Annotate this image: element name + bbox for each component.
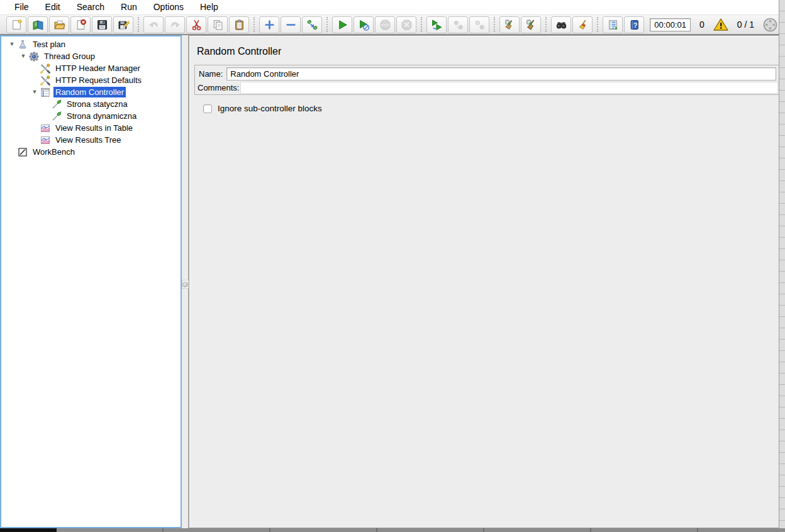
toolbar-button-help[interactable]: ?: [624, 16, 644, 33]
tree-node-workbench[interactable]: WorkBench: [1, 146, 181, 158]
tree-expander-icon[interactable]: ▼: [6, 38, 18, 50]
toolbar-button-function-helper[interactable]: [603, 16, 623, 33]
toolbar-button-start-no-timers[interactable]: [354, 16, 374, 33]
remote-stop-all-icon: [452, 19, 464, 31]
save-as-icon: [118, 19, 130, 31]
warning-icon[interactable]: [713, 18, 728, 31]
menu-run[interactable]: Run: [113, 0, 145, 14]
start-icon: [337, 19, 348, 31]
listener-icon: [40, 123, 50, 133]
tree-node-label: HTTP Header Manager: [53, 63, 142, 74]
toolbar-button-expand-all[interactable]: [259, 16, 279, 33]
toolbar-button-stop: STOP: [375, 16, 395, 33]
toolbar-button-clear[interactable]: [499, 16, 520, 33]
menu-options[interactable]: Options: [145, 0, 192, 14]
tree-node-view-results-in-table[interactable]: View Results in Table: [1, 122, 181, 134]
menu-help[interactable]: Help: [192, 0, 226, 14]
menu-file[interactable]: File: [6, 0, 37, 14]
toolbar-button-open[interactable]: [49, 16, 69, 33]
toolbar-button-remote-stop-all: [448, 16, 468, 33]
tree-node-view-results-tree[interactable]: View Results Tree: [1, 134, 181, 146]
tree-expander-icon[interactable]: ▼: [18, 50, 29, 62]
paste-icon: [233, 19, 245, 31]
search-icon: [555, 19, 567, 31]
close-icon: [75, 19, 87, 31]
ignore-subcontroller-checkbox[interactable]: [203, 104, 212, 113]
toolbar-button-save-as[interactable]: [113, 16, 133, 33]
sampler-icon: [52, 111, 62, 121]
toolbar-separator: [494, 17, 495, 32]
remote-shutdown-all-icon: [474, 19, 486, 31]
toolbar-button-toggle[interactable]: [302, 16, 322, 33]
divider-grip-icon[interactable]: [182, 280, 189, 289]
undo-icon: [148, 19, 160, 31]
toolbar-button-search-reset[interactable]: [572, 16, 593, 33]
tools-icon: [40, 64, 50, 74]
background-window-edge: [779, 0, 785, 532]
tree-node-label: WorkBench: [31, 147, 77, 157]
toolbar-button-new[interactable]: [6, 16, 26, 33]
remote-start-all-icon: [431, 19, 443, 31]
error-count[interactable]: 0: [699, 19, 704, 30]
search-reset-icon: [577, 19, 589, 31]
tree-node-random-controller[interactable]: ▼Random Controller: [1, 86, 181, 98]
toolbar-button-close[interactable]: [70, 16, 91, 33]
tree-node-test-plan[interactable]: ▼Test plan: [1, 38, 181, 50]
toolbar-button-clear-all[interactable]: [521, 16, 541, 33]
tree-node-strona-dynamiczna[interactable]: Strona dynamiczna: [1, 110, 181, 122]
toolbar-button-cut[interactable]: [186, 16, 206, 33]
tree-node-http-header-manager[interactable]: HTTP Header Manager: [1, 62, 181, 74]
tree-node-label: Random Controller: [53, 87, 126, 97]
toolbar-button-start[interactable]: [332, 16, 352, 33]
name-label: Name:: [199, 69, 223, 79]
toolbar-button-collapse-all[interactable]: [281, 16, 301, 33]
tree-node-label: View Results Tree: [53, 135, 123, 145]
comments-input[interactable]: [240, 82, 778, 94]
toolbar-separator: [545, 17, 547, 32]
thread-count: 0 / 1: [737, 19, 754, 30]
expand-all-icon: [264, 19, 276, 31]
toolbar-button-paste[interactable]: [229, 16, 249, 33]
help-icon: ?: [628, 19, 640, 31]
random-controller-icon: [40, 87, 50, 97]
tree-node-thread-group[interactable]: ▼Thread Group: [1, 50, 181, 62]
name-input[interactable]: [226, 67, 776, 80]
test-plan-icon: [18, 40, 28, 50]
toolbar-button-redo: [165, 16, 185, 33]
svg-text:STOP: STOP: [381, 23, 389, 26]
remote-indicator-icon[interactable]: [763, 18, 777, 32]
menu-edit[interactable]: Edit: [37, 0, 69, 14]
toolbar: STOP? 00:00:01 0 0 / 1: [0, 15, 785, 35]
toolbar-button-templates[interactable]: [28, 16, 48, 33]
page-title: Random Controller: [197, 46, 779, 57]
toolbar-separator: [326, 17, 328, 32]
toolbar-button-remote-start-all[interactable]: [426, 16, 447, 33]
tools-icon: [40, 75, 50, 86]
menu-search[interactable]: Search: [69, 0, 113, 14]
tree-node-strona-statyczna[interactable]: Strona statyczna: [1, 98, 181, 110]
collapse-all-icon: [285, 19, 297, 31]
thread-group-icon: [29, 52, 39, 62]
dock-edge-lines: [57, 528, 785, 532]
templates-icon: [32, 19, 44, 31]
tree-node-label: Thread Group: [42, 51, 97, 62]
clear-icon: [504, 19, 516, 31]
toolbar-separator: [597, 17, 598, 32]
stop-icon: STOP: [379, 19, 391, 31]
split-pane-divider[interactable]: [182, 35, 189, 528]
toolbar-button-undo: [143, 16, 164, 33]
tree-node-label: View Results in Table: [53, 123, 135, 133]
open-icon: [53, 19, 65, 31]
toolbar-status: 00:00:01 0 0 / 1: [650, 18, 781, 32]
new-icon: [11, 19, 23, 31]
copy-icon: [212, 19, 224, 31]
toolbar-button-save[interactable]: [92, 16, 112, 33]
sampler-icon: [52, 99, 62, 109]
workbench-icon: [18, 147, 28, 157]
name-comments-box: Name: Comments:: [194, 65, 779, 95]
tree-node-label: Strona dynamiczna: [65, 111, 138, 121]
tree-node-http-request-defaults[interactable]: HTTP Request Defaults: [1, 74, 181, 86]
tree-expander-icon[interactable]: ▼: [29, 86, 40, 98]
toolbar-button-copy[interactable]: [208, 16, 228, 33]
toolbar-button-search[interactable]: [551, 16, 571, 33]
